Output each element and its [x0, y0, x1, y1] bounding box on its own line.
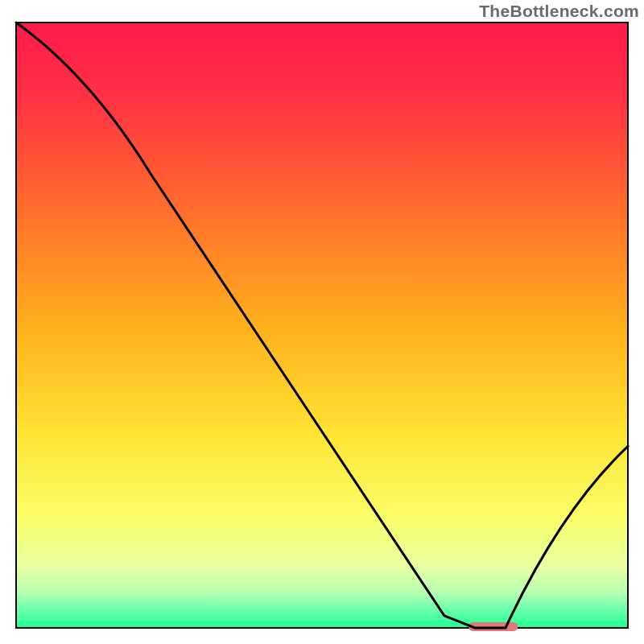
chart-container: TheBottleneck.com — [0, 0, 644, 644]
bottleneck-chart — [0, 0, 644, 644]
watermark-text: TheBottleneck.com — [479, 2, 639, 21]
